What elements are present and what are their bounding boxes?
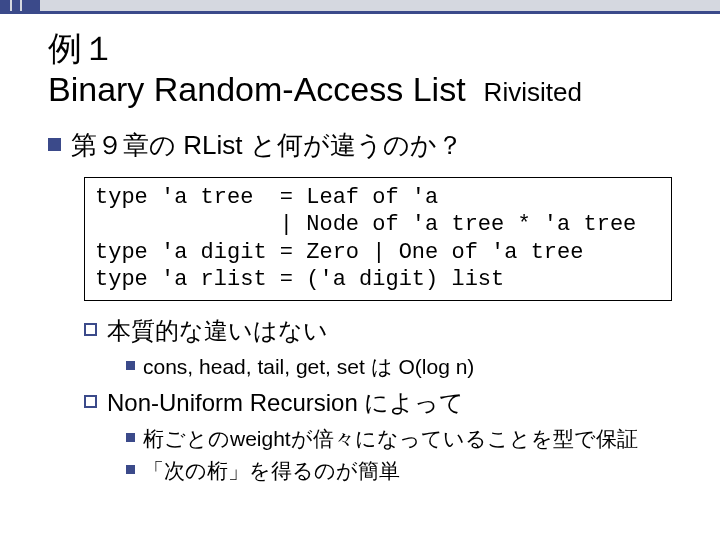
bullet-small-icon <box>126 465 135 474</box>
title-line2-main: Binary Random-Access List <box>48 69 466 110</box>
title-line1: 例１ <box>48 28 672 69</box>
bullet-level2: 本質的な違いはない <box>84 315 672 347</box>
bullet-level3: 桁ごとのweightが倍々になっていることを型で保証 <box>126 425 672 453</box>
bullet-small-icon <box>126 433 135 442</box>
bullet-hollow-icon <box>84 323 97 336</box>
bullet-solid-icon <box>48 138 61 151</box>
bullet-small-icon <box>126 361 135 370</box>
sub1-item-0: cons, head, tail, get, set は O(log n) <box>143 353 474 381</box>
bullet-hollow-icon <box>84 395 97 408</box>
sub2-item-0: 桁ごとのweightが倍々になっていることを型で保証 <box>143 425 638 453</box>
bullet-level1: 第９章の RList と何が違うのか？ <box>48 128 672 163</box>
slide-content: 例１ Binary Random-Access List Rivisited 第… <box>0 0 720 509</box>
sub2-item-1: 「次の桁」を得るのが簡単 <box>143 457 400 485</box>
bullet1-text: 第９章の RList と何が違うのか？ <box>71 128 463 163</box>
sub2-heading: Non-Uniform Recursion によって <box>107 387 464 419</box>
bullet-level3: 「次の桁」を得るのが簡単 <box>126 457 672 485</box>
sub1-heading: 本質的な違いはない <box>107 315 328 347</box>
bullet-level2: Non-Uniform Recursion によって <box>84 387 672 419</box>
code-block: type 'a tree = Leaf of 'a | Node of 'a t… <box>84 177 672 301</box>
bullet-level3: cons, head, tail, get, set は O(log n) <box>126 353 672 381</box>
slide-top-accent <box>0 0 720 14</box>
slide-title: 例１ Binary Random-Access List Rivisited <box>48 28 672 110</box>
title-line2-sub: Rivisited <box>484 77 582 108</box>
